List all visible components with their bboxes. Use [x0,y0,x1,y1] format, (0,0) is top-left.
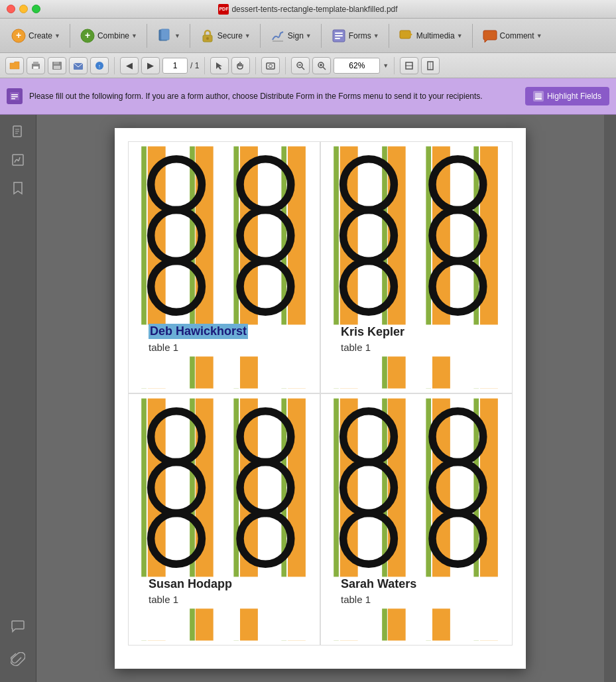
pdf-content-area: Deb Hawickhorst table 1 [36,115,604,682]
pdf-icon: PDF [218,4,229,15]
page-number-input[interactable] [162,58,188,74]
window-title: PDF dessert-tents-rectangle-template-bla… [218,4,397,15]
svg-rect-66 [240,356,258,388]
forms-icon [331,28,347,44]
svg-line-32 [323,67,326,70]
sidebar-pages-icon[interactable] [6,120,30,144]
right-scroll-area [604,115,616,682]
snapshot-tool[interactable] [261,57,280,74]
pdf-document: Deb Hawickhorst table 1 [115,128,526,669]
save-button[interactable] [48,57,66,74]
svg-rect-42 [535,98,542,100]
sidebar-paperclip-icon[interactable] [6,648,30,671]
combine-button[interactable]: + Combine ▼ [74,25,143,46]
create-button[interactable]: + Create ▼ [5,25,66,46]
card-2-text: Kris Kepler table 1 [341,325,492,353]
place-card-3: Susan Hodapp table 1 [128,393,320,646]
secure-dropdown-arrow: ▼ [245,33,251,39]
svg-text:+: + [16,30,21,40]
navigation-toolbar: ↑ ◀ ▶ / 1 [0,53,616,78]
card-2-table: table 1 [341,342,492,353]
svg-point-25 [269,64,273,68]
create-dropdown-arrow: ▼ [54,33,60,39]
nav-separator-2 [204,57,205,74]
email-button[interactable] [69,57,88,74]
maximize-button[interactable] [32,5,40,13]
forms-dropdown-arrow: ▼ [373,33,379,39]
nav-separator-5 [394,57,395,74]
sign-icon [270,28,286,44]
fit-width-button[interactable] [400,57,418,74]
combine-icon: + [80,28,95,44]
card-1-text: Deb Hawickhorst table 1 [149,324,300,353]
toolbar-separator-6 [389,24,389,48]
svg-rect-104 [240,608,258,640]
secure-button[interactable]: Secure ▼ [194,25,256,46]
svg-rect-121 [388,608,406,640]
svg-rect-103 [190,608,195,640]
svg-rect-85 [432,356,450,388]
place-card-4: Sarah Waters table 1 [320,393,513,646]
svg-rect-5 [161,29,169,40]
create-icon: + [11,28,27,44]
toolbar-separator-5 [321,24,322,48]
window-controls[interactable] [7,5,40,13]
svg-text:+: + [85,30,90,40]
hand-tool[interactable] [231,57,250,74]
sign-button[interactable]: Sign ▼ [265,25,317,46]
card-3-table: table 1 [149,594,300,605]
print-button[interactable] [27,57,45,74]
secure-icon [200,28,216,44]
svg-rect-102 [196,608,214,640]
toolbar-separator-1 [70,24,70,48]
zoom-input[interactable] [334,58,380,74]
comment-button[interactable]: Comment ▼ [477,25,548,46]
place-card-2: Kris Kepler table 1 [320,141,513,393]
pages-dropdown-arrow: ▼ [174,33,180,39]
zoom-dropdown-arrow: ▼ [383,62,389,69]
svg-rect-65 [190,356,195,388]
place-card-1: Deb Hawickhorst table 1 [128,141,320,393]
svg-rect-20 [54,66,60,69]
left-sidebar [0,115,36,682]
upload-button[interactable]: ↑ [90,57,109,74]
next-page-button[interactable]: ▶ [141,57,160,74]
minimize-button[interactable] [19,5,28,13]
card-4-name[interactable]: Sarah Waters [341,577,492,591]
comment-icon [482,28,498,44]
form-bar-icon [7,88,23,104]
multimedia-icon [399,28,414,44]
svg-rect-16 [33,62,38,64]
svg-rect-123 [432,608,450,640]
svg-rect-38 [11,94,18,96]
cursor-tool[interactable] [210,57,229,74]
fit-page-button[interactable] [421,57,440,74]
card-4-text: Sarah Waters table 1 [341,577,492,605]
card-2-name[interactable]: Kris Kepler [341,325,492,339]
nav-separator-3 [255,57,256,74]
pages-icon [156,28,172,44]
card-3-name[interactable]: Susan Hodapp [149,577,300,591]
folder-button[interactable] [5,57,24,74]
card-1-name[interactable]: Deb Hawickhorst [149,324,248,339]
svg-rect-12 [335,38,340,39]
close-button[interactable] [7,5,15,13]
zoom-out-button[interactable] [291,57,310,74]
multimedia-button[interactable]: Multimedia ▼ [393,25,468,46]
sidebar-bookmarks-icon[interactable] [6,176,30,200]
sidebar-comment-icon[interactable] [6,614,30,638]
svg-rect-122 [382,608,387,640]
sign-dropdown-arrow: ▼ [306,33,312,39]
prev-page-button[interactable]: ◀ [120,57,139,74]
svg-rect-13 [400,31,410,38]
pages-button[interactable]: ▼ [151,25,186,46]
card-4-table: table 1 [341,594,492,605]
zoom-in-button[interactable] [312,57,331,74]
sidebar-signatures-icon[interactable] [6,148,30,172]
page-total: / 1 [190,61,199,70]
comment-dropdown-arrow: ▼ [536,33,542,39]
forms-button[interactable]: Forms ▼ [326,25,385,46]
title-bar: PDF dessert-tents-rectangle-template-bla… [0,0,616,19]
toolbar-separator-3 [190,24,190,48]
highlight-fields-button[interactable]: Highlight Fields [525,87,609,105]
